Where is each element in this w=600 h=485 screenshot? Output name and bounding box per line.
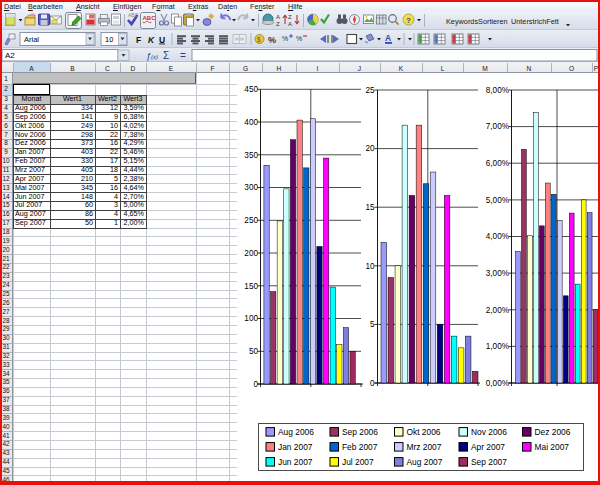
svg-text:Jun 2007: Jun 2007: [278, 457, 313, 467]
svg-text:2,00%: 2,00%: [486, 306, 509, 315]
svg-text:15: 15: [365, 203, 375, 212]
svg-text:200: 200: [244, 249, 258, 258]
svg-text:Aug 2006: Aug 2006: [278, 427, 314, 437]
svg-text:150: 150: [244, 282, 258, 291]
svg-text:5,00%: 5,00%: [486, 196, 509, 205]
svg-text:KeywordsSortieren: KeywordsSortieren: [446, 17, 508, 26]
svg-text:Sep 2006: Sep 2006: [342, 427, 378, 437]
svg-text:25: 25: [365, 86, 375, 95]
svg-text:50: 50: [249, 347, 259, 356]
svg-text:Jul 2007: Jul 2007: [342, 457, 374, 467]
svg-text:%: %: [268, 35, 276, 45]
svg-text:%: %: [282, 35, 288, 42]
svg-text:A2: A2: [5, 51, 15, 60]
svg-text:A: A: [385, 33, 391, 43]
svg-text:5: 5: [370, 320, 375, 329]
svg-text:10: 10: [365, 262, 375, 271]
svg-text:Mrz 2007: Mrz 2007: [407, 442, 442, 452]
svg-text:%: %: [296, 35, 302, 42]
svg-text:Jan 2007: Jan 2007: [278, 442, 313, 452]
svg-text:Arial: Arial: [24, 35, 39, 44]
svg-text:Aug 2007: Aug 2007: [407, 457, 443, 467]
svg-text:K: K: [148, 35, 155, 45]
svg-text:350: 350: [244, 151, 258, 160]
svg-text:4,00%: 4,00%: [486, 232, 509, 241]
svg-text:Σ: Σ: [163, 50, 169, 61]
svg-text:0: 0: [370, 379, 375, 388]
svg-text:Z: Z: [288, 14, 292, 20]
svg-text:ABC: ABC: [143, 15, 157, 21]
svg-text:Dez 2006: Dez 2006: [535, 427, 571, 437]
svg-text:Apr 2007: Apr 2007: [471, 442, 505, 452]
svg-text:A: A: [288, 21, 292, 27]
svg-text:Okt 2006: Okt 2006: [407, 427, 441, 437]
svg-text:6,00%: 6,00%: [486, 159, 509, 168]
svg-text:UnterstrichFett: UnterstrichFett: [511, 17, 559, 26]
svg-text:Sep 2007: Sep 2007: [471, 457, 507, 467]
svg-text:8,00%: 8,00%: [486, 86, 509, 95]
svg-text:A: A: [276, 14, 280, 20]
svg-text:450: 450: [244, 85, 258, 94]
svg-text:Mai 2007: Mai 2007: [535, 442, 570, 452]
svg-text:$: $: [257, 36, 261, 43]
svg-text:300: 300: [244, 183, 258, 192]
svg-text:U: U: [159, 35, 165, 45]
svg-text:400: 400: [244, 118, 258, 127]
svg-text:7,00%: 7,00%: [486, 122, 509, 131]
svg-text:?: ?: [406, 16, 411, 25]
svg-text:ƒ(x): ƒ(x): [146, 51, 158, 61]
svg-text:Z: Z: [276, 21, 280, 27]
svg-text:3,00%: 3,00%: [486, 269, 509, 278]
svg-text:ABC: ABC: [128, 12, 139, 18]
svg-text:F: F: [136, 35, 141, 45]
svg-text:10: 10: [105, 35, 113, 44]
svg-text:Nov 2006: Nov 2006: [471, 427, 507, 437]
svg-text:1,00%: 1,00%: [486, 342, 509, 351]
svg-text:0,00%: 0,00%: [486, 379, 509, 388]
svg-text:20: 20: [365, 144, 375, 153]
svg-text:Feb 2007: Feb 2007: [342, 442, 378, 452]
svg-text:=: =: [180, 50, 186, 61]
svg-text:100: 100: [244, 314, 258, 323]
svg-text:250: 250: [244, 216, 258, 225]
